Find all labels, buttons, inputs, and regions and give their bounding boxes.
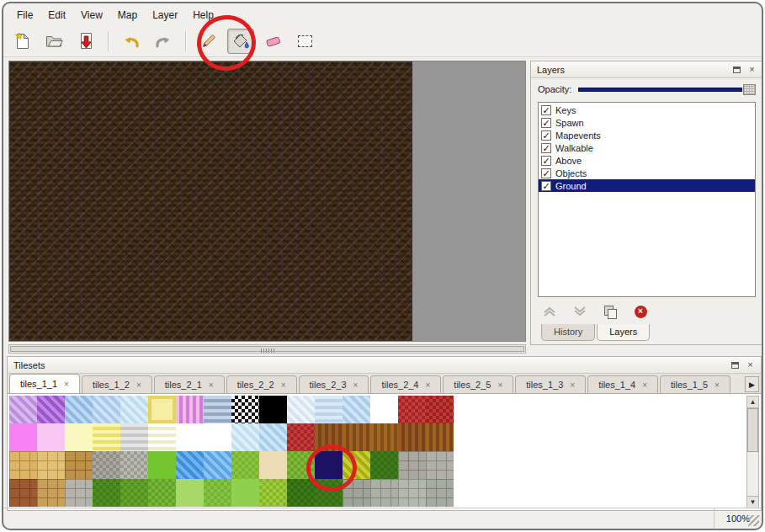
- palette-tile-57[interactable]: [259, 479, 287, 507]
- tab-close-icon[interactable]: ×: [353, 380, 359, 390]
- scrollbar-thumb[interactable]: [747, 408, 758, 452]
- eraser-tool-button[interactable]: [259, 29, 286, 54]
- palette-vertical-scrollbar[interactable]: ▲ ▼: [746, 396, 759, 508]
- scroll-up-button[interactable]: ▲: [747, 396, 758, 408]
- palette-tile-54[interactable]: [176, 479, 204, 507]
- scrollbar-thumb[interactable]: [10, 346, 524, 352]
- tileset-tab-tiles_1_5[interactable]: tiles_1_5×: [660, 375, 730, 393]
- layer-row-above[interactable]: ✓Above: [539, 154, 755, 167]
- palette-tile-58[interactable]: [287, 479, 315, 507]
- palette-tile-40[interactable]: [231, 451, 259, 479]
- palette-tile-31[interactable]: [426, 423, 454, 451]
- palette-tile-9[interactable]: [259, 396, 287, 423]
- layer-visible-checkbox[interactable]: ✓: [541, 168, 551, 178]
- pen-tool-button[interactable]: [195, 29, 222, 54]
- palette-tile-55[interactable]: [204, 479, 231, 507]
- save-button[interactable]: [72, 29, 99, 54]
- palette-tile-27[interactable]: [315, 423, 343, 451]
- palette-tile-41[interactable]: [259, 451, 287, 479]
- panel-dock-button[interactable]: [729, 359, 741, 371]
- palette-tile-2[interactable]: [65, 396, 93, 423]
- panel-tab-history[interactable]: History: [541, 324, 595, 341]
- layer-row-keys[interactable]: ✓Keys: [539, 104, 755, 116]
- panel-tab-layers[interactable]: Layers: [597, 324, 650, 341]
- palette-tile-26[interactable]: [287, 423, 315, 451]
- tab-close-icon[interactable]: ×: [642, 380, 647, 390]
- palette-tile-13[interactable]: [370, 396, 398, 423]
- menu-item-layer[interactable]: Layer: [146, 7, 184, 24]
- palette-tile-46[interactable]: [398, 451, 426, 479]
- palette-tile-56[interactable]: [231, 479, 259, 507]
- layer-row-walkable[interactable]: ✓Walkable: [539, 141, 755, 154]
- palette-tile-7[interactable]: [204, 396, 231, 423]
- open-button[interactable]: [40, 29, 67, 54]
- palette-tile-33[interactable]: [37, 451, 65, 479]
- tab-scroll-right-button[interactable]: ▶: [745, 376, 759, 392]
- layer-visible-checkbox[interactable]: ✓: [541, 105, 551, 115]
- panel-close-button[interactable]: ×: [746, 63, 758, 76]
- layer-visible-checkbox[interactable]: ✓: [541, 118, 551, 128]
- fill-tool-button[interactable]: [227, 29, 254, 54]
- layer-row-ground[interactable]: ✓Ground: [539, 179, 755, 192]
- layer-move-down-button[interactable]: [571, 303, 588, 320]
- tab-close-icon[interactable]: ×: [570, 380, 575, 390]
- palette-tile-60[interactable]: [343, 479, 370, 507]
- palette-tile-45[interactable]: [370, 451, 398, 479]
- undo-button[interactable]: [118, 29, 145, 54]
- palette-tile-3[interactable]: [93, 396, 120, 423]
- tileset-tab-tiles_1_2[interactable]: tiles_1_2×: [82, 375, 152, 393]
- opacity-slider-track[interactable]: [578, 88, 742, 92]
- new-file-button[interactable]: [8, 29, 35, 54]
- opacity-slider[interactable]: [578, 82, 756, 96]
- palette-tile-21[interactable]: [148, 423, 176, 451]
- redo-button[interactable]: [150, 29, 177, 54]
- palette-tile-32[interactable]: [9, 451, 37, 479]
- palette-tile-18[interactable]: [65, 423, 93, 451]
- layer-duplicate-button[interactable]: [602, 303, 619, 320]
- panel-dock-button[interactable]: [730, 63, 743, 76]
- palette-tile-17[interactable]: [37, 423, 65, 451]
- scrollbar-track[interactable]: [747, 408, 758, 496]
- palette-tile-42[interactable]: [287, 451, 315, 479]
- select-tool-button[interactable]: [291, 29, 318, 54]
- palette-tile-19[interactable]: [93, 423, 120, 451]
- palette-tile-24[interactable]: [231, 423, 259, 451]
- layer-visible-checkbox[interactable]: ✓: [541, 156, 551, 166]
- palette-tile-38[interactable]: [176, 451, 204, 479]
- tileset-tab-tiles_2_3[interactable]: tiles_2_3×: [299, 375, 369, 393]
- map-horizontal-scrollbar[interactable]: [8, 344, 526, 354]
- palette-tile-34[interactable]: [65, 451, 93, 479]
- tab-close-icon[interactable]: ×: [136, 380, 141, 390]
- palette-tile-4[interactable]: [120, 396, 148, 423]
- palette-tile-12[interactable]: [343, 396, 370, 423]
- tileset-tab-tiles_1_1[interactable]: tiles_1_1×: [9, 374, 80, 393]
- layer-row-objects[interactable]: ✓Objects: [539, 167, 755, 179]
- palette-tile-0[interactable]: [9, 396, 37, 423]
- tab-close-icon[interactable]: ×: [715, 380, 720, 390]
- tab-close-icon[interactable]: ×: [281, 380, 286, 390]
- tab-close-icon[interactable]: ×: [497, 380, 502, 390]
- tileset-tab-tiles_2_4[interactable]: tiles_2_4×: [370, 375, 441, 393]
- palette-tile-16[interactable]: [9, 423, 37, 451]
- layer-visible-checkbox[interactable]: ✓: [541, 143, 551, 153]
- map-viewport[interactable]: [8, 61, 526, 342]
- palette-tile-47[interactable]: [426, 451, 454, 479]
- palette-tile-25[interactable]: [259, 423, 287, 451]
- map-canvas[interactable]: [9, 61, 412, 341]
- tab-close-icon[interactable]: ×: [64, 380, 69, 389]
- palette-tile-36[interactable]: [120, 451, 148, 479]
- panel-close-button[interactable]: ×: [744, 359, 757, 371]
- palette-tile-6[interactable]: [176, 396, 204, 423]
- palette-tile-1[interactable]: [37, 396, 65, 423]
- palette-tile-39[interactable]: [204, 451, 231, 479]
- palette-tile-52[interactable]: [120, 479, 148, 507]
- layer-move-up-button[interactable]: [541, 303, 558, 320]
- layer-visible-checkbox[interactable]: ✓: [541, 181, 551, 191]
- palette-tile-22[interactable]: [176, 423, 204, 451]
- layer-delete-button[interactable]: ×: [632, 303, 649, 320]
- palette-tile-62[interactable]: [398, 479, 426, 507]
- palette-tile-8[interactable]: [231, 396, 259, 423]
- palette-tile-59[interactable]: [315, 479, 343, 507]
- menu-item-help[interactable]: Help: [186, 7, 220, 24]
- palette-tile-30[interactable]: [398, 423, 426, 451]
